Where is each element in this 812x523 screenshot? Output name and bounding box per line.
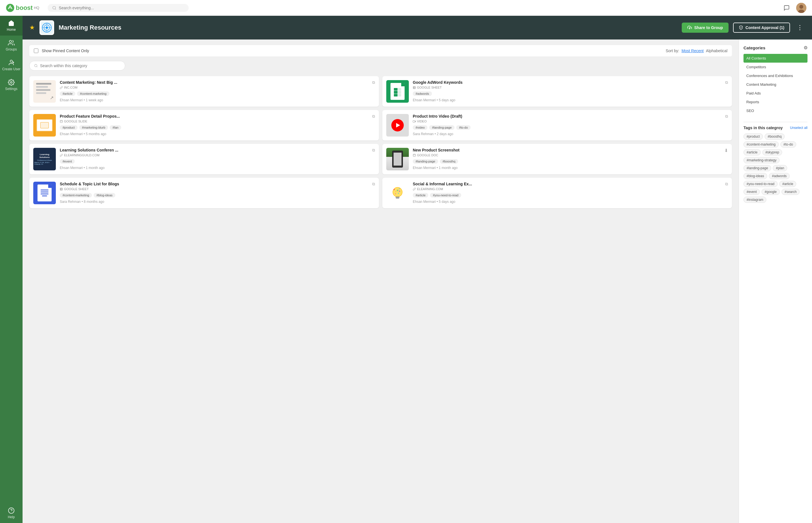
category-item-conferences[interactable]: Conferences and Exhibitions: [743, 71, 808, 80]
content-card-1[interactable]: ↗ Content Marketing: Next Big ... INC.CO…: [29, 76, 379, 107]
category-item-seo[interactable]: SEO: [743, 106, 808, 115]
tag[interactable]: #you-need-to-read: [430, 193, 461, 197]
sidebar-tag[interactable]: #article: [743, 149, 761, 156]
card-meta-5: Ehsan Mermari • 1 month ago: [60, 166, 375, 170]
sidebar-tag[interactable]: #you-need-to-read: [743, 181, 778, 187]
global-search-bar[interactable]: [48, 4, 189, 12]
card-meta-4: Sara Rehman • 2 days ago: [413, 132, 728, 136]
tag[interactable]: #content-marketing: [77, 91, 109, 96]
tag[interactable]: #article: [413, 193, 428, 197]
boost-logo-icon: [6, 3, 15, 13]
tag[interactable]: #content-marketing: [60, 193, 92, 197]
tag[interactable]: #lan: [110, 125, 121, 130]
category-item-reports[interactable]: Reports: [743, 97, 808, 106]
unselect-all-button[interactable]: Unselect all: [790, 126, 808, 130]
categories-section-title: Categories ⚙: [743, 45, 808, 51]
category-item-all[interactable]: All Contents: [743, 54, 808, 62]
category-item-paid-ads[interactable]: Paid Ads: [743, 89, 808, 97]
sidebar-tag[interactable]: #landing-page: [743, 165, 771, 171]
category-item-competitors[interactable]: Competitors: [743, 62, 808, 71]
sort-alphabetical[interactable]: Alphabetical: [706, 49, 728, 53]
category-item-content-marketing[interactable]: Content Marketing: [743, 80, 808, 89]
content-card-8[interactable]: Social & Informal Learning Ex... ELEARNI…: [382, 178, 732, 208]
sidebar-tag[interactable]: #google: [761, 189, 780, 195]
categories-gear-icon[interactable]: ⚙: [804, 45, 808, 51]
avatar-image: [796, 3, 806, 13]
content-card-6[interactable]: New Product Screenshot GOOGLE DOC #landi…: [382, 144, 732, 174]
sidebar-item-help[interactable]: Help: [0, 503, 22, 523]
svg-point-10: [11, 82, 12, 83]
sidebar-tag[interactable]: #blog-ideas: [743, 173, 767, 179]
card-body-8: Social & Informal Learning Ex... ELEARNI…: [413, 182, 728, 204]
external-link-icon-7: ⧉: [372, 182, 375, 186]
sidebar-item-groups[interactable]: Groups: [0, 36, 22, 55]
sidebar-tag[interactable]: #event: [743, 189, 760, 195]
category-list: All Contents Competitors Conferences and…: [743, 54, 808, 115]
svg-rect-30: [413, 154, 415, 156]
sidebar-tag[interactable]: #article: [779, 181, 796, 187]
sidebar-tag[interactable]: #adwords: [769, 173, 790, 179]
content-card-4[interactable]: Product Intro Video (Draft) VIDEO #video…: [382, 110, 732, 141]
card-thumb-4: [386, 114, 409, 137]
sidebar-tag[interactable]: #boosthq: [764, 133, 785, 140]
svg-point-6: [9, 40, 12, 42]
sidebar-tag[interactable]: #marketing-strategy: [743, 157, 779, 163]
tag[interactable]: #to-do: [456, 125, 471, 130]
svg-point-42: [395, 191, 396, 192]
sidebar-tag[interactable]: #instagram: [743, 197, 766, 203]
svg-point-43: [399, 191, 400, 192]
content-card-7[interactable]: Schedule & Topic List for Blogs GOOGLE S…: [29, 178, 379, 208]
sidebar-tag[interactable]: #skyprep: [762, 149, 782, 156]
tags-section-title: Tags in this categroy Unselect all: [743, 126, 808, 130]
sidebar-tag[interactable]: #product: [743, 133, 763, 140]
star-icon[interactable]: ★: [29, 24, 35, 31]
card-source-1: INC.COM: [60, 86, 375, 89]
svg-marker-28: [415, 121, 416, 122]
more-options-button[interactable]: ⋮: [794, 24, 805, 31]
tag[interactable]: #blog-ideas: [94, 193, 115, 197]
external-link-icon-2: ⧉: [725, 80, 728, 85]
global-search-input[interactable]: [59, 6, 184, 10]
card-source-2: GOOGLE SHEET: [413, 86, 728, 89]
tag[interactable]: #video: [413, 125, 428, 130]
sidebar-tag[interactable]: #plan: [773, 165, 787, 171]
shield-check-icon: [739, 25, 743, 30]
content-card-5[interactable]: LearningSolutions Conference & Expo Marc…: [29, 144, 379, 174]
sort-most-recent[interactable]: Most Recent: [681, 49, 704, 53]
card-title-4: Product Intro Video (Draft): [413, 114, 728, 119]
sidebar-tag[interactable]: #to-do: [780, 141, 796, 147]
tag[interactable]: #landing-page: [413, 159, 438, 164]
content-grid: ↗ Content Marketing: Next Big ... INC.CO…: [29, 76, 732, 208]
tag[interactable]: #adwords: [413, 91, 432, 96]
user-avatar[interactable]: [796, 3, 806, 13]
sidebar-label-settings: Settings: [5, 87, 17, 91]
download-icon-6[interactable]: ⬇: [724, 148, 728, 153]
sheet-icon-7: [60, 187, 63, 191]
tag[interactable]: #marketing-blurb: [79, 125, 108, 130]
svg-rect-26: [60, 120, 62, 122]
message-icon: [783, 5, 790, 11]
group-logo-image: [41, 21, 53, 34]
sidebar-item-create-user[interactable]: Create User: [0, 55, 22, 75]
card-tags-3: #product #marketing-blurb #lan: [60, 125, 375, 130]
sidebar-tag[interactable]: #content-marketing: [743, 141, 779, 147]
share-to-group-button[interactable]: Share to Group: [682, 22, 729, 33]
content-card-2[interactable]: Google AdWord Keywords GOOGLE SHEET #adw…: [382, 76, 732, 107]
doc-icon-6: [413, 154, 416, 157]
sidebar-label-help: Help: [8, 515, 15, 519]
messages-button[interactable]: [781, 3, 792, 13]
content-card-3[interactable]: Product Feature Detail Propos... GOOGLE …: [29, 110, 379, 141]
pinned-only-checkbox[interactable]: [34, 49, 38, 53]
content-approval-button[interactable]: Content Approval (1): [733, 22, 790, 33]
tag[interactable]: #product: [60, 125, 77, 130]
sidebar-item-settings[interactable]: Settings: [0, 75, 22, 95]
category-search[interactable]: [29, 61, 125, 71]
category-search-input[interactable]: [40, 64, 120, 68]
tag[interactable]: #article: [60, 91, 75, 96]
card-title-5: Learning Solutions Conferen ...: [60, 148, 375, 152]
tag[interactable]: #boosthq: [440, 159, 458, 164]
tag[interactable]: #event: [60, 159, 75, 164]
tag[interactable]: #landing-page: [429, 125, 454, 130]
sidebar-tag[interactable]: #search: [781, 189, 800, 195]
sidebar-item-home[interactable]: Home: [0, 16, 22, 36]
